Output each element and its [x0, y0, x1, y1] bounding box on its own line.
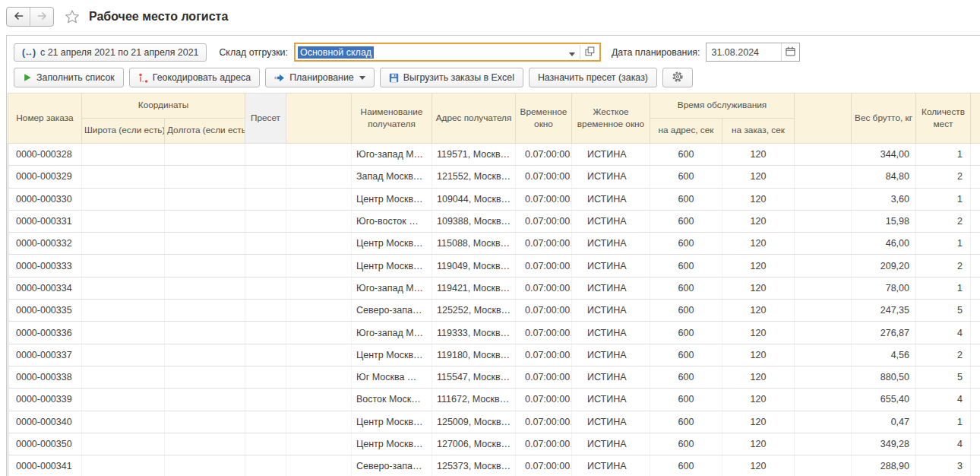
service-per-order-cell[interactable]: 120 — [722, 300, 795, 322]
service-per-order-cell[interactable]: 120 — [722, 366, 795, 388]
extra-cell[interactable] — [971, 389, 980, 411]
table-row[interactable]: 0000-000350 Центр Москв… 127006, Москв… … — [8, 433, 980, 455]
gross-weight-cell[interactable]: 84,80 — [852, 166, 916, 188]
service-per-address-cell[interactable]: 600 — [650, 166, 722, 188]
recipient-address-cell[interactable]: 119180, Москв… — [432, 344, 516, 366]
latitude-cell[interactable] — [82, 411, 165, 433]
table-row[interactable]: 0000-000328 Юго-запад М… 119571, Москв… … — [8, 144, 980, 166]
recipient-name-cell[interactable]: Центр Москв… — [352, 255, 432, 277]
preset-cell[interactable] — [245, 233, 286, 255]
spacer-cell[interactable] — [286, 411, 352, 433]
spacer-cell[interactable] — [795, 233, 852, 255]
recipient-address-cell[interactable]: 115088, Москв… — [432, 233, 516, 255]
preset-cell[interactable] — [245, 166, 286, 188]
time-window-cell[interactable]: 0.07:00:00… — [516, 344, 572, 366]
places-count-cell[interactable]: 3 — [916, 455, 971, 476]
gross-weight-cell[interactable]: 247,35 — [852, 300, 916, 322]
order-number-cell[interactable]: 0000-000341 — [8, 455, 82, 476]
table-row[interactable]: 0000-000341 Северо-запа… 125373, Москв… … — [8, 455, 980, 476]
latitude-cell[interactable] — [82, 389, 165, 411]
service-per-address-cell[interactable]: 600 — [650, 277, 722, 299]
export-excel-button[interactable]: Выгрузить заказы в Excel — [380, 68, 523, 87]
gross-weight-cell[interactable]: 0,47 — [852, 411, 916, 433]
latitude-cell[interactable] — [82, 344, 165, 366]
hard-window-cell[interactable]: ИСТИНА — [572, 255, 650, 277]
service-per-order-cell[interactable]: 120 — [722, 255, 795, 277]
recipient-address-cell[interactable]: 119421, Москв… — [432, 277, 516, 299]
fill-list-button[interactable]: Заполнить список — [14, 68, 124, 87]
spacer-cell[interactable] — [286, 188, 352, 210]
time-window-cell[interactable]: 0.07:00:00… — [516, 322, 572, 344]
gross-weight-cell[interactable]: 209,20 — [852, 255, 916, 277]
time-window-cell[interactable]: 0.07:00:00… — [516, 277, 572, 299]
preset-cell[interactable] — [245, 300, 286, 322]
service-per-address-cell[interactable]: 600 — [650, 366, 722, 388]
latitude-cell[interactable] — [82, 277, 165, 299]
latitude-cell[interactable] — [82, 433, 165, 455]
time-window-cell[interactable]: 0.07:00:00… — [516, 188, 572, 210]
recipient-name-cell[interactable]: Юго-запад М… — [352, 322, 432, 344]
preset-cell[interactable] — [245, 144, 286, 166]
table-row[interactable]: 0000-000329 Запад Москв… 121552, Москв… … — [8, 166, 980, 188]
service-per-order-cell[interactable]: 120 — [722, 455, 795, 476]
calendar-button[interactable] — [781, 43, 799, 61]
forward-button[interactable] — [30, 8, 53, 26]
latitude-cell[interactable] — [82, 144, 165, 166]
service-per-order-cell[interactable]: 120 — [722, 433, 795, 455]
service-per-address-cell[interactable]: 600 — [650, 455, 722, 476]
gross-weight-cell[interactable]: 3,60 — [852, 188, 916, 210]
longitude-cell[interactable] — [165, 166, 245, 188]
service-per-order-cell[interactable]: 120 — [722, 277, 795, 299]
table-row[interactable]: 0000-000334 Юго-запад М… 119421, Москв… … — [8, 277, 980, 299]
service-per-address-cell[interactable]: 600 — [650, 233, 722, 255]
extra-cell[interactable] — [971, 411, 980, 433]
extra-cell[interactable] — [971, 233, 980, 255]
hard-window-cell[interactable]: ИСТИНА — [572, 300, 650, 322]
gross-weight-cell[interactable]: 15,98 — [852, 210, 916, 232]
recipient-address-cell[interactable]: 125009, Москв… — [432, 411, 516, 433]
longitude-cell[interactable] — [165, 411, 245, 433]
hard-window-cell[interactable]: ИСТИНА — [572, 433, 650, 455]
order-number-cell[interactable]: 0000-000332 — [8, 233, 82, 255]
assign-preset-button[interactable]: Назначить пресет (заказ) — [529, 68, 657, 87]
spacer-cell[interactable] — [286, 455, 352, 476]
settings-button[interactable] — [662, 68, 693, 87]
recipient-name-cell[interactable]: Юго-восток … — [352, 210, 432, 232]
planning-date-value[interactable]: 31.08.2024 — [707, 43, 781, 61]
places-count-cell[interactable]: 1 — [916, 411, 971, 433]
hard-window-cell[interactable]: ИСТИНА — [572, 188, 650, 210]
extra-cell[interactable] — [971, 300, 980, 322]
spacer-cell[interactable] — [286, 433, 352, 455]
spacer-cell[interactable] — [286, 389, 352, 411]
places-count-cell[interactable]: 4 — [916, 433, 971, 455]
col-coordinates-group[interactable]: Координаты — [82, 94, 245, 119]
latitude-cell[interactable] — [82, 300, 165, 322]
planning-button[interactable]: Планирование — [265, 68, 375, 87]
gross-weight-cell[interactable]: 349,28 — [852, 433, 916, 455]
order-number-cell[interactable]: 0000-000333 — [8, 255, 82, 277]
time-window-cell[interactable]: 0.07:00:00… — [516, 455, 572, 476]
latitude-cell[interactable] — [82, 322, 165, 344]
recipient-address-cell[interactable]: 127006, Москв… — [432, 433, 516, 455]
geocode-button[interactable]: Геокодировать адреса — [129, 68, 260, 87]
places-count-cell[interactable]: 2 — [916, 166, 971, 188]
warehouse-input[interactable]: Основной склад — [294, 43, 601, 62]
spacer-cell[interactable] — [286, 144, 352, 166]
latitude-cell[interactable] — [82, 366, 165, 388]
service-per-address-cell[interactable]: 600 — [650, 411, 722, 433]
order-number-cell[interactable]: 0000-000334 — [8, 277, 82, 299]
spacer-cell[interactable] — [286, 166, 352, 188]
places-count-cell[interactable]: 4 — [916, 389, 971, 411]
spacer-cell[interactable] — [795, 255, 852, 277]
table-row[interactable]: 0000-000335 Северо-запа… 125252, Москв… … — [8, 300, 980, 322]
extra-cell[interactable] — [971, 144, 980, 166]
table-row[interactable]: 0000-000336 Юго-запад М… 119333, Москв… … — [8, 322, 980, 344]
spacer-cell[interactable] — [286, 210, 352, 232]
recipient-name-cell[interactable]: Центр Москв… — [352, 433, 432, 455]
longitude-cell[interactable] — [165, 433, 245, 455]
service-per-order-cell[interactable]: 120 — [722, 344, 795, 366]
table-row[interactable]: 0000-000338 Юг Москва … 115547, Москв… 0… — [8, 366, 980, 388]
recipient-name-cell[interactable]: Северо-запа… — [352, 455, 432, 476]
recipient-name-cell[interactable]: Центр Москв… — [352, 344, 432, 366]
recipient-address-cell[interactable]: 125252, Москв… — [432, 300, 516, 322]
